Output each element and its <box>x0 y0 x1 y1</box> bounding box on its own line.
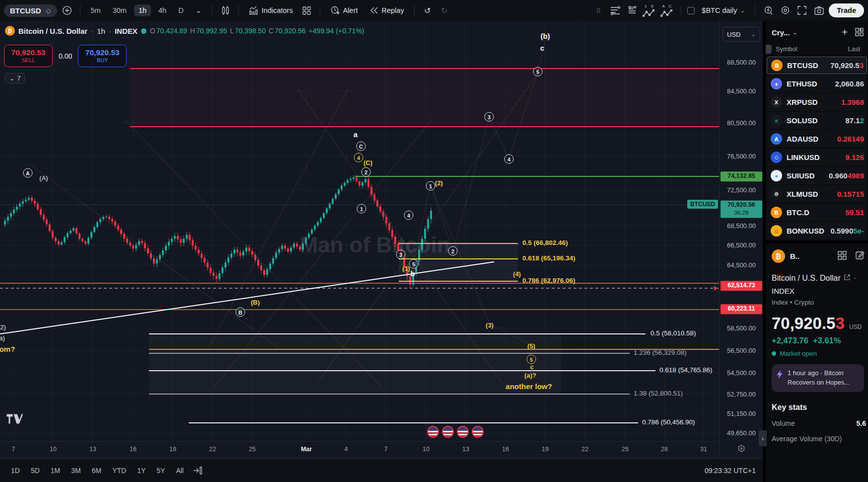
range-1D[interactable]: 1D <box>7 465 24 477</box>
event-flag-icon[interactable] <box>472 426 484 438</box>
range-5Y[interactable]: 5Y <box>152 465 169 477</box>
timeframe-menu-chevron-icon[interactable]: ⌄ <box>191 4 206 16</box>
watchlist-row-BTCUSD[interactable]: BBTCUSD70,920.53 <box>767 57 867 74</box>
watchlist-rows: BBTCUSD70,920.53♦ETHUSD2,060.86XXRPUSD1.… <box>766 56 868 241</box>
column-tab <box>766 45 772 54</box>
alerts-lines-icon[interactable] <box>625 3 639 17</box>
external-link-icon[interactable] <box>844 274 851 283</box>
screenshot-camera-icon[interactable] <box>812 3 826 17</box>
watchlist-row-BTC.D[interactable]: BBTC.D59.51 <box>767 204 867 221</box>
layout-menu-button[interactable]: $BTC daily ⌄ <box>698 4 749 16</box>
layout-grid-icon[interactable] <box>300 3 314 17</box>
chart-area[interactable]: Man of Bitcoin 0.5 (66,802.46)0.618 (65,… <box>0 21 719 458</box>
details-meta: Index • Crypto <box>772 299 868 306</box>
replay-label: Replay <box>382 6 404 14</box>
price-tick: 52,750.00 <box>720 391 763 398</box>
watchlist-symbol: XLMUSD <box>787 190 818 198</box>
redo-icon[interactable]: ↻ <box>437 3 451 17</box>
range-1Y[interactable]: 1Y <box>133 465 149 477</box>
event-flag-icon[interactable] <box>427 426 439 438</box>
elliott-ac-icon[interactable]: A C <box>660 3 675 17</box>
details-pair-row[interactable]: Bitcoin / U.S. Dollar · <box>772 274 868 283</box>
time-axis[interactable]: 7101316192225Mar471013161922252831 <box>0 441 719 458</box>
elliott-15-icon[interactable]: 1 5 <box>642 3 657 17</box>
chart-legend[interactable]: ₿ Bitcoin / U.S. Dollar · 1h · INDEX O70… <box>5 26 365 36</box>
timeframe-1h[interactable]: 1h <box>134 4 151 16</box>
price-tick: 80,500.00 <box>720 119 763 127</box>
watchlist-last-price: 2,060.86 <box>835 80 864 88</box>
replay-button[interactable]: Replay <box>365 3 408 17</box>
panel-collapse-handle[interactable]: › <box>759 430 767 446</box>
market-open-dot <box>772 351 776 356</box>
clock-label[interactable]: 09:23:32 UTC+1 <box>705 467 756 475</box>
symbol-switch-icon[interactable]: ◇ <box>46 7 51 14</box>
watchlist-row-ADAUSD[interactable]: AADAUSD0.26149 <box>767 130 867 148</box>
trade-button[interactable]: Trade <box>829 3 864 17</box>
watchlist-last-price: 1.3968 <box>841 98 864 106</box>
price-tick: 51,150.00 <box>720 410 763 417</box>
watchlist-row-ETHUSD[interactable]: ♦ETHUSD2,060.86 <box>767 75 867 92</box>
divider <box>414 5 415 16</box>
go-to-date-icon[interactable] <box>191 464 205 478</box>
indicators-button[interactable]: Indicators <box>245 3 297 17</box>
spread-value: 0.00 <box>59 52 72 60</box>
watchlist-lines-icon[interactable] <box>608 3 622 17</box>
range-buttons: 1D5D1M3M6MYTD1Y5YAll <box>7 464 205 478</box>
time-label-7: 7 <box>384 446 388 453</box>
divider <box>320 5 320 16</box>
watchlist-header: Cry... ⌄ + <box>766 21 868 43</box>
range-6M[interactable]: 6M <box>88 465 105 477</box>
watchlist-tab[interactable]: Cry... ⌄ <box>772 28 797 37</box>
settings-icon[interactable] <box>778 3 792 17</box>
timeframe-4h[interactable]: 4h <box>154 4 171 16</box>
column-last[interactable]: Last <box>848 45 860 53</box>
alert-button[interactable]: Alert <box>326 3 362 17</box>
symbol-search-button[interactable]: BTCUSD ◇ <box>4 4 57 17</box>
range-YTD[interactable]: YTD <box>108 465 130 477</box>
market-status: Market open <box>772 350 868 357</box>
watchlist-grid-icon[interactable] <box>855 27 864 38</box>
watchlist-symbol: ADAUSD <box>787 135 818 143</box>
price-axis[interactable]: USD ⌄ 88,500.0084,500.0080,500.0076,500.… <box>719 21 763 458</box>
news-line1: 1 hour ago · Bitcoin <box>788 369 844 377</box>
column-symbol[interactable]: Symbol <box>776 45 797 53</box>
watchlist-row-LINKUSD[interactable]: ◇LINKUSD9.126 <box>767 149 867 166</box>
currency-dropdown[interactable]: USD ⌄ <box>723 27 760 42</box>
event-flag-icon[interactable] <box>442 426 454 438</box>
timeframe-5m[interactable]: 5m <box>86 4 105 16</box>
range-All[interactable]: All <box>172 465 188 477</box>
details-grid-icon[interactable] <box>837 250 847 262</box>
object-tree-chip[interactable]: ⌄ 7 <box>5 73 25 83</box>
chart-style-candles-icon[interactable] <box>218 3 232 17</box>
price-tick: 84,500.00 <box>720 87 763 95</box>
add-symbol-plus-icon[interactable]: + <box>842 27 848 38</box>
news-item[interactable]: 1 hour ago · Bitcoin Recovers on Hopes..… <box>772 364 864 392</box>
watchlist-row-BONKUSD[interactable]: ☺BONKUSD0.59905e- <box>767 222 867 240</box>
event-flag-icon[interactable] <box>457 426 469 438</box>
price-chart-canvas[interactable] <box>0 21 719 441</box>
watchlist-row-XRPUSD[interactable]: XXRPUSD1.3968 <box>767 93 867 111</box>
range-5D[interactable]: 5D <box>27 465 44 477</box>
timeframe-D[interactable]: D <box>174 4 188 16</box>
watchlist-column-headers: Symbol Last <box>766 43 868 56</box>
watchlist-row-SUIUSD[interactable]: ●SUIUSD0.9604989 <box>767 167 867 184</box>
tradingview-logo[interactable] <box>6 413 24 426</box>
quick-search-icon[interactable] <box>761 3 775 17</box>
watchlist-row-SOLUSD[interactable]: ≡SOLUSD87.12 <box>767 112 867 129</box>
layout-checkbox[interactable] <box>687 7 695 14</box>
drag-handle-dots-icon[interactable]: ⠿ <box>591 3 605 17</box>
range-3M[interactable]: 3M <box>67 465 84 477</box>
range-1M[interactable]: 1M <box>47 465 64 477</box>
timeframe-30m[interactable]: 30m <box>108 4 131 16</box>
buy-button[interactable]: 70,920.53 BUY <box>78 45 127 67</box>
price-tick: 49,650.00 <box>720 429 763 437</box>
price-tag: 60,223.11 <box>721 304 762 314</box>
watchlist-row-XLMUSD[interactable]: ⊘XLMUSD0.15715 <box>767 185 867 203</box>
compose-edit-icon[interactable] <box>855 250 865 262</box>
fullscreen-icon[interactable] <box>795 3 809 17</box>
bonk-coin-icon: ☺ <box>771 225 782 237</box>
sell-button[interactable]: 70,920.53 SELL <box>4 45 53 67</box>
axis-settings-icon[interactable] <box>737 444 746 455</box>
undo-icon[interactable]: ↺ <box>421 3 434 17</box>
compare-add-icon[interactable] <box>60 3 74 17</box>
